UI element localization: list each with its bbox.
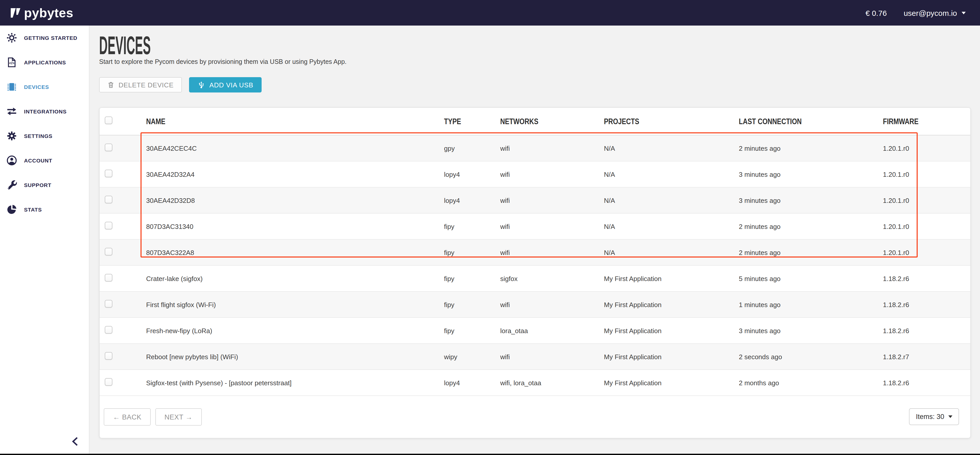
sidebar-item-applications[interactable]: </>APPLICATIONS	[0, 50, 89, 75]
page-title: DEVICES	[99, 33, 151, 58]
usb-icon	[197, 81, 205, 89]
cell-type: lopy4	[444, 379, 500, 387]
select-all-checkbox[interactable]	[105, 116, 112, 124]
svg-text:</>: </>	[9, 61, 14, 65]
items-per-page-dropdown[interactable]: Items: 30	[909, 408, 959, 425]
add-via-usb-label: ADD VIA USB	[210, 81, 253, 89]
row-checkbox[interactable]	[105, 326, 112, 334]
cell-name: Reboot [new pybytes lib] (WiFi)	[146, 353, 444, 361]
cell-projects: N/A	[604, 144, 739, 152]
chevron-down-icon	[962, 11, 966, 14]
cell-networks: wifi	[500, 248, 604, 256]
sidebar-item-integrations[interactable]: INTEGRATIONS	[0, 99, 89, 124]
table-row[interactable]: Reboot [new pybytes lib] (WiFi)wipywifiM…	[100, 344, 970, 370]
table-row[interactable]: 807D3AC31340fipywifiN/A2 minutes ago1.20…	[100, 213, 970, 240]
cell-projects: My First Application	[604, 327, 739, 334]
table-body: 30AEA42CEC4CgpywifiN/A2 minutes ago1.20.…	[100, 135, 970, 396]
settings-icon	[6, 130, 18, 142]
cell-firmware: 1.18.2.r6	[883, 301, 970, 309]
cell-networks: wifi	[500, 301, 604, 309]
sidebar-item-devices[interactable]: DEVICES	[0, 75, 89, 99]
cell-type: wipy	[444, 353, 500, 361]
cell-firmware: 1.18.2.r6	[883, 327, 970, 334]
cell-firmware: 1.18.2.r6	[883, 275, 970, 282]
cell-projects: N/A	[604, 170, 739, 178]
sidebar-nav: GETTING STARTED</>APPLICATIONSDEVICESINT…	[0, 25, 89, 222]
add-via-usb-button[interactable]: ADD VIA USB	[189, 77, 262, 92]
table-row[interactable]: First flight sigfox (Wi-Fi)fipywifiMy Fi…	[100, 292, 970, 318]
row-checkbox-cell	[100, 196, 146, 205]
cell-firmware: 1.20.1.r0	[883, 248, 970, 256]
row-checkbox[interactable]	[105, 143, 112, 151]
sidebar-item-getting-started[interactable]: GETTING STARTED	[0, 25, 89, 50]
cell-projects: My First Application	[604, 353, 739, 361]
table-row[interactable]: Crater-lake (sigfox)fipysigfoxMy First A…	[100, 266, 970, 292]
sidebar-item-account[interactable]: ACCOUNT	[0, 148, 89, 173]
cell-networks: wifi	[500, 144, 604, 152]
row-checkbox-cell	[100, 170, 146, 179]
cell-last_connection: 2 months ago	[739, 379, 883, 387]
logo-text: pybytes	[24, 6, 73, 19]
cell-last_connection: 3 minutes ago	[739, 196, 883, 204]
row-checkbox[interactable]	[105, 222, 112, 229]
table-row[interactable]: Fresh-new-fipy (LoRa)fipylora_otaaMy Fir…	[100, 318, 970, 344]
cell-firmware: 1.18.2.r7	[883, 353, 970, 361]
items-per-page-label: Items: 30	[916, 413, 944, 420]
cell-name: First flight sigfox (Wi-Fi)	[146, 301, 444, 309]
sidebar-item-label: DEVICES	[24, 84, 49, 90]
table-row[interactable]: 30AEA42D32A4lopy4wifiN/A3 minutes ago1.2…	[100, 161, 970, 188]
page-subtitle: Start to explore the Pycom devices by pr…	[99, 58, 347, 65]
user-menu[interactable]: user@pycom.io	[904, 8, 966, 17]
cell-last_connection: 5 minutes ago	[739, 275, 883, 282]
sidebar-item-label: SUPPORT	[24, 182, 51, 188]
row-checkbox[interactable]	[105, 300, 112, 308]
topbar-right: € 0.76 user@pycom.io	[865, 8, 966, 17]
cell-type: fipy	[444, 301, 500, 309]
sidebar-collapse-button[interactable]	[70, 435, 82, 447]
row-checkbox[interactable]	[105, 196, 112, 204]
row-checkbox[interactable]	[105, 378, 112, 386]
back-button[interactable]: ← BACK	[104, 408, 151, 426]
pybytes-logo[interactable]: pybytes	[11, 6, 73, 19]
header-checkbox-cell	[100, 116, 146, 126]
cell-type: fipy	[444, 275, 500, 282]
sidebar-item-stats[interactable]: STATS	[0, 197, 89, 222]
applications-icon: </>	[6, 56, 18, 68]
cell-networks: wifi	[500, 353, 604, 361]
account-balance: € 0.76	[865, 8, 887, 17]
cell-last_connection: 2 minutes ago	[739, 248, 883, 256]
cell-projects: My First Application	[604, 379, 739, 387]
cell-name: 807D3AC31340	[146, 223, 444, 230]
cell-projects: My First Application	[604, 275, 739, 282]
sidebar: GETTING STARTED</>APPLICATIONSDEVICESINT…	[0, 25, 89, 455]
sidebar-item-support[interactable]: SUPPORT	[0, 173, 89, 197]
row-checkbox-cell	[100, 143, 146, 153]
row-checkbox-cell	[100, 222, 146, 231]
row-checkbox[interactable]	[105, 352, 112, 360]
cell-last_connection: 1 minutes ago	[739, 301, 883, 309]
cell-projects: My First Application	[604, 301, 739, 309]
next-button[interactable]: NEXT →	[155, 408, 202, 426]
delete-device-button[interactable]: DELETE DEVICE	[99, 77, 182, 92]
table-row[interactable]: 30AEA42CEC4CgpywifiN/A2 minutes ago1.20.…	[100, 135, 970, 161]
cell-type: fipy	[444, 223, 500, 230]
cell-last_connection: 3 minutes ago	[739, 327, 883, 334]
row-checkbox[interactable]	[105, 170, 112, 177]
table-row[interactable]: 807D3AC322A8fipywifiN/A2 minutes ago1.20…	[100, 240, 970, 266]
devices-icon	[6, 81, 18, 93]
column-header: NETWORKS	[500, 117, 604, 126]
chevron-left-icon	[70, 435, 82, 447]
cell-projects: N/A	[604, 248, 739, 256]
row-checkbox[interactable]	[105, 274, 112, 282]
user-email: user@pycom.io	[904, 8, 957, 17]
sidebar-item-settings[interactable]: SETTINGS	[0, 124, 89, 148]
cell-networks: wifi	[500, 196, 604, 204]
screen-bottom-edge	[0, 454, 980, 455]
cell-networks: sigfox	[500, 275, 604, 282]
row-checkbox[interactable]	[105, 248, 112, 256]
table-row[interactable]: 30AEA42D32D8lopy4wifiN/A3 minutes ago1.2…	[100, 188, 970, 213]
cell-firmware: 1.20.1.r0	[883, 144, 970, 152]
row-checkbox-cell	[100, 378, 146, 387]
table-row[interactable]: Sigfox-test (with Pysense) - [pastoor pe…	[100, 370, 970, 396]
cell-name: 30AEA42CEC4C	[146, 144, 444, 152]
